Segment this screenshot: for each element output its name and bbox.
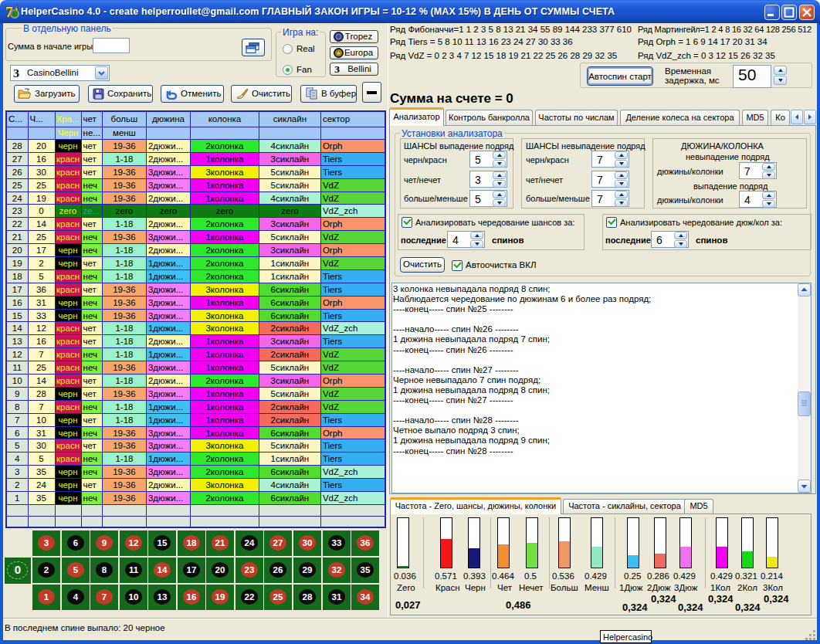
svg-text:7: 7 bbox=[5, 4, 13, 20]
